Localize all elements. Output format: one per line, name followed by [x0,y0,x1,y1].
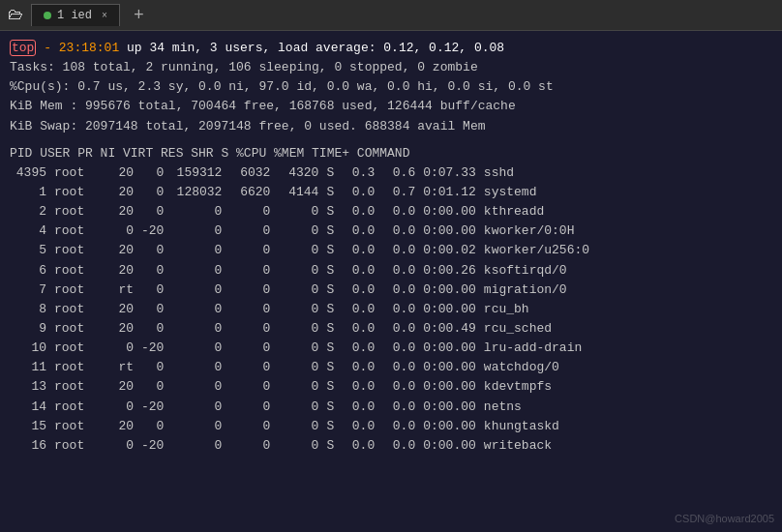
s-cell: S [322,319,338,339]
pid-cell: 14 [10,398,50,417]
user-cell: root [50,377,108,397]
cmd-cell: writeback [480,436,772,456]
pr-cell: rt [108,358,137,377]
top-command-word: top [10,40,36,56]
title-bar: 🗁 1 ied × + [0,0,782,31]
pr-cell: 20 [108,319,137,339]
cpu-cell: 0.0 [338,417,378,436]
time-cell: 0:00.00 [419,222,480,241]
folder-icon: 🗁 [8,6,23,24]
res-cell: 0 [226,377,274,397]
pr-cell: 20 [108,163,137,183]
pr-cell: 20 [108,377,137,397]
res-cell: 0 [226,358,274,377]
ni-cell: 0 [137,261,167,281]
cpu-cell: 0.0 [338,398,378,417]
shr-cell: 0 [274,436,322,456]
new-tab-button[interactable]: + [128,6,150,25]
cmd-cell: systemd [480,183,772,202]
pid-cell: 8 [10,300,50,319]
res-cell: 0 [226,398,274,417]
mem-cell: 0.0 [378,398,419,417]
pid-cell: 7 [10,281,50,300]
user-cell: root [50,300,108,319]
res-cell: 6620 [226,183,274,202]
shr-cell: 0 [274,281,322,300]
shr-cell: 0 [274,261,322,281]
res-cell: 0 [226,319,274,339]
table-row: 13 root 20 0 0 0 0 S 0.0 0.0 0:00.00 kde… [10,377,772,397]
cpu-cell: 0.0 [338,183,378,202]
pr-cell: 20 [108,300,137,319]
ni-cell: 0 [137,377,167,397]
res-cell: 0 [226,339,274,358]
cmd-cell: rcu_bh [480,300,772,319]
s-cell: S [322,281,338,300]
res-cell: 0 [226,261,274,281]
time-cell: 0:00.02 [419,241,480,260]
time-cell: 0:07.33 [419,163,480,183]
cmd-cell: lru-add-drain [480,339,772,358]
shr-cell: 0 [274,358,322,377]
virt-cell: 0 [167,261,226,281]
ni-cell: 0 [137,417,167,436]
res-cell: 0 [226,417,274,436]
shr-cell: 0 [274,398,322,417]
user-cell: root [50,261,108,281]
table-row: 7 root rt 0 0 0 0 S 0.0 0.0 0:00.00 migr… [10,281,772,300]
mem-cell: 0.0 [378,202,419,222]
user-cell: root [50,319,108,339]
table-row: 5 root 20 0 0 0 0 S 0.0 0.0 0:00.02 kwor… [10,241,772,260]
cpu-cell: 0.3 [338,163,378,183]
pr-cell: 0 [108,222,137,241]
virt-cell: 0 [167,319,226,339]
ni-cell: -20 [137,398,167,417]
cmd-cell: watchdog/0 [480,358,772,377]
table-row: 11 root rt 0 0 0 0 S 0.0 0.0 0:00.00 wat… [10,358,772,377]
mem-line: KiB Mem : 995676 total, 700464 free, 168… [10,97,772,116]
time-cell: 0:00.00 [419,300,480,319]
terminal-area: top - 23:18:01 up 34 min, 3 users, load … [0,31,782,532]
s-cell: S [322,261,338,281]
virt-cell: 0 [167,339,226,358]
mem-cell: 0.0 [378,377,419,397]
mem-cell: 0.0 [378,436,419,456]
cpu-cell: 0.0 [338,261,378,281]
pr-cell: rt [108,281,137,300]
tasks-line: Tasks: 108 total, 2 running, 106 sleepin… [10,58,772,77]
ni-cell: 0 [137,300,167,319]
user-cell: root [50,222,108,241]
time-cell: 0:00.00 [419,202,480,222]
cmd-cell: kdevtmpfs [480,377,772,397]
table-row: 6 root 20 0 0 0 0 S 0.0 0.0 0:00.26 ksof… [10,261,772,281]
pr-cell: 0 [108,339,137,358]
ni-cell: 0 [137,281,167,300]
shr-cell: 0 [274,222,322,241]
time-cell: 0:00.49 [419,319,480,339]
title-bar-left: 🗁 1 ied × + [8,4,150,26]
ni-cell: -20 [137,222,167,241]
shr-cell: 0 [274,300,322,319]
table-row: 15 root 20 0 0 0 0 S 0.0 0.0 0:00.00 khu… [10,417,772,436]
mem-cell: 0.0 [378,319,419,339]
ni-cell: -20 [137,436,167,456]
s-cell: S [322,222,338,241]
shr-cell: 0 [274,241,322,260]
terminal-tab[interactable]: 1 ied × [31,4,120,26]
pid-cell: 13 [10,377,50,397]
tab-close-button[interactable]: × [102,11,107,21]
res-cell: 0 [226,436,274,456]
user-cell: root [50,358,108,377]
virt-cell: 159312 [167,163,226,183]
mem-cell: 0.0 [378,417,419,436]
watermark: CSDN@howard2005 [675,513,774,524]
s-cell: S [322,358,338,377]
top-command-line: top - 23:18:01 up 34 min, 3 users, load … [10,39,772,58]
virt-cell: 0 [167,436,226,456]
cpu-cell: 0.0 [338,241,378,260]
pid-cell: 2 [10,202,50,222]
user-cell: root [50,241,108,260]
user-cell: root [50,417,108,436]
pr-cell: 20 [108,202,137,222]
pr-cell: 20 [108,417,137,436]
